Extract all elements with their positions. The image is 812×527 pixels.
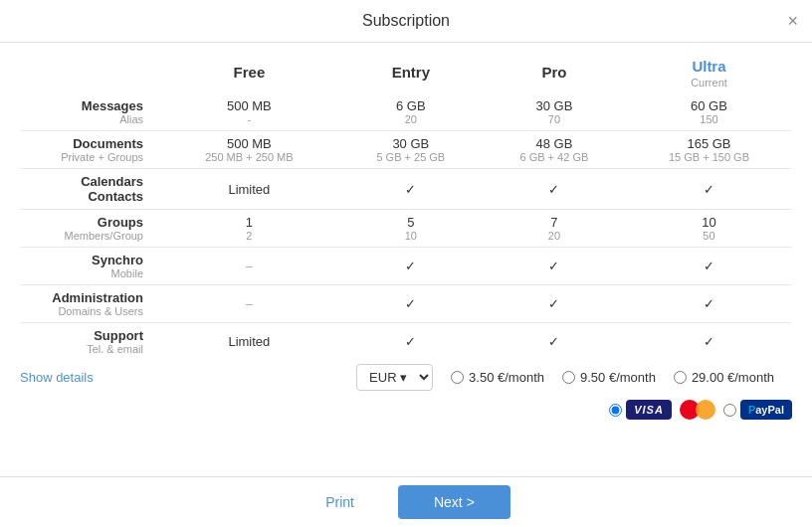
row-entry-cell: ✓ [339, 285, 483, 323]
row-ultra-cell: ✓ [626, 285, 792, 323]
row-label-cell: SynchroMobile [20, 248, 159, 285]
modal-title: Subscription [362, 12, 450, 30]
row-entry-cell: 6 GB20 [339, 93, 483, 131]
cell-subvalue: 150 [630, 113, 788, 125]
price-label-2: 9.50 €/month [580, 370, 656, 385]
row-sublabel: Alias [24, 113, 143, 125]
cell-subvalue: 5 GB + 25 GB [343, 151, 479, 163]
cell-value: 1 [163, 215, 335, 230]
price-label-3: 29.00 €/month [692, 370, 774, 385]
cell-value: 6 GB [343, 98, 479, 113]
visa-icon: VISA [626, 400, 672, 420]
entry-col-label: Entry [343, 64, 479, 83]
row-entry-cell: 510 [339, 210, 483, 248]
free-col-label: Free [163, 64, 335, 83]
payment-radio-visa[interactable] [609, 404, 622, 417]
row-sublabel: Domains & Users [24, 305, 143, 317]
subscription-modal: Subscription × Free Entry Pro [0, 0, 812, 527]
cell-value: 500 MB [163, 98, 335, 113]
col-pro-header: Pro [483, 53, 626, 93]
col-free-header: Free [159, 53, 339, 93]
cell-value: 48 GB [487, 136, 622, 151]
payment-paypal-option[interactable]: PayPal [723, 400, 792, 420]
col-ultra-header: Ultra Current [626, 53, 792, 93]
row-free-cell: – [159, 248, 339, 285]
cell-value: 5 [343, 215, 479, 230]
footer-row: Print Next > [0, 476, 812, 527]
cell-value: ✓ [630, 296, 788, 311]
cell-subvalue: 10 [343, 230, 479, 242]
table-row: SynchroMobile–✓✓✓ [20, 248, 792, 285]
show-details-button[interactable]: Show details [20, 370, 94, 385]
row-pro-cell: 48 GB6 GB + 42 GB [483, 131, 626, 169]
row-entry-cell: 30 GB5 GB + 25 GB [339, 131, 483, 169]
cell-value: ✓ [343, 259, 479, 273]
row-sublabel: Private + Groups [24, 151, 143, 163]
cell-subvalue: 20 [343, 113, 479, 125]
cell-value: ✓ [630, 259, 788, 273]
cell-value: Limited [163, 182, 335, 197]
cell-value: ✓ [630, 182, 788, 197]
close-button[interactable]: × [787, 12, 798, 30]
row-label: Calendars [24, 174, 143, 189]
payment-visa-option[interactable]: VISA [609, 400, 672, 420]
price-radio-1[interactable] [451, 371, 464, 384]
cell-value: – [163, 259, 335, 273]
payment-radio-paypal[interactable] [723, 404, 736, 417]
cell-subvalue: 70 [487, 113, 622, 125]
price-option-1[interactable]: 3.50 €/month [451, 370, 544, 385]
cell-value: 7 [487, 215, 622, 230]
cell-value: 30 GB [343, 136, 479, 151]
row-pro-cell: ✓ [483, 248, 626, 285]
row-free-cell: 500 MB- [159, 93, 339, 131]
row-label: Support [24, 328, 143, 343]
details-pricing-row: Show details EUR ▾ USD GBP 3.50 €/month … [0, 360, 812, 393]
pro-col-label: Pro [487, 64, 622, 83]
payment-mastercard-option[interactable] [680, 399, 715, 421]
mastercard-icon [680, 399, 715, 421]
row-label: Synchro [24, 253, 143, 267]
cell-value: ✓ [487, 296, 622, 311]
row-label-cell: SupportTel. & email [20, 323, 159, 361]
table-header-row: Free Entry Pro Ultra Current [20, 53, 792, 93]
row-free-cell: Limited [159, 169, 339, 210]
price-radio-2[interactable] [562, 371, 575, 384]
currency-select[interactable]: EUR ▾ USD GBP [356, 364, 433, 391]
cell-subvalue: 20 [487, 230, 622, 242]
row-label: Messages [24, 98, 143, 113]
row-label: Administration [24, 290, 143, 305]
cell-value: ✓ [343, 296, 479, 311]
col-entry-header: Entry [339, 53, 483, 93]
cell-value: – [163, 296, 335, 311]
row-free-cell: – [159, 285, 339, 323]
cell-subvalue: 250 MB + 250 MB [163, 151, 335, 163]
price-radio-3[interactable] [674, 371, 687, 384]
row-ultra-cell: 165 GB15 GB + 150 GB [626, 131, 792, 169]
cell-subvalue: - [163, 113, 335, 125]
row-pro-cell: ✓ [483, 169, 626, 210]
cell-value: 500 MB [163, 136, 335, 151]
row-label-cell: GroupsMembers/Group [20, 210, 159, 248]
price-option-3[interactable]: 29.00 €/month [674, 370, 774, 385]
row-sublabel: Tel. & email [24, 343, 143, 355]
table-row: CalendarsContactsLimited✓✓✓ [20, 169, 792, 210]
row-pro-cell: ✓ [483, 285, 626, 323]
next-button[interactable]: Next > [398, 485, 510, 519]
ultra-col-subheader: Current [630, 77, 788, 88]
row-ultra-cell: ✓ [626, 323, 792, 361]
row-entry-cell: ✓ [339, 169, 483, 210]
cell-subvalue: 15 GB + 150 GB [630, 151, 788, 163]
row-pro-cell: ✓ [483, 323, 626, 361]
cell-value: Limited [163, 334, 335, 349]
row-label: Documents [24, 136, 143, 151]
row-entry-cell: ✓ [339, 248, 483, 285]
row-pro-cell: 30 GB70 [483, 93, 626, 131]
table-row: DocumentsPrivate + Groups500 MB250 MB + … [20, 131, 792, 169]
cell-value: 165 GB [630, 136, 788, 151]
row-sublabel: Members/Group [24, 230, 143, 242]
subscription-table: Free Entry Pro Ultra Current MessagesAli… [20, 53, 792, 360]
price-option-2[interactable]: 9.50 €/month [562, 370, 656, 385]
row-label: Groups [24, 215, 143, 230]
modal-header: Subscription × [0, 0, 812, 43]
print-button[interactable]: Print [302, 486, 378, 518]
